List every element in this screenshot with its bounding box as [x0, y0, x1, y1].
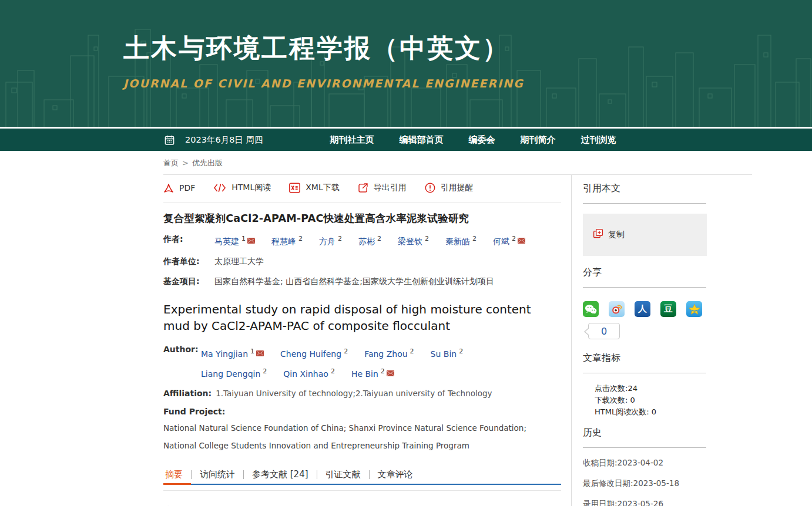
toolbar-item-citation-alert[interactable]: 引用提醒 — [425, 183, 474, 193]
tab-comments[interactable]: 文章评论 — [370, 465, 421, 484]
share-heading: 分享 — [583, 267, 706, 288]
author: He Bin2 — [351, 363, 394, 383]
metric-item: HTML阅读次数: 0 — [595, 406, 752, 418]
breadcrumb-separator: > — [182, 158, 189, 167]
share-count: 0 — [601, 326, 607, 337]
tab-visit-stats[interactable]: 访问统计 — [192, 465, 243, 484]
fund-row-cn: 基金项目: 国家自然科学基金; 山西省自然科学基金;国家级大学生创新创业训练计划… — [163, 275, 561, 288]
nav-menu: 期刊社主页编辑部首页编委会期刊简介过刊浏览 — [330, 134, 641, 146]
cite-heading: 引用本文 — [583, 183, 706, 204]
authors-label-en: Author: — [163, 343, 201, 382]
affiliation-label-cn: 作者单位: — [163, 255, 214, 268]
author: 苏彬2 — [358, 232, 381, 248]
journal-title-en: JOURNAL OF CIVIL AND ENVIRONMENTAL ENGIN… — [123, 77, 812, 90]
renren-icon[interactable]: 人 — [635, 301, 650, 317]
author: Su Bin2 — [431, 343, 464, 363]
navbar: 2023年6月8日 周四 期刊社主页编辑部首页编委会期刊简介过刊浏览 — [0, 129, 812, 151]
author: Liang Dengqin2 — [201, 363, 267, 383]
fund-line-en: National Natural Science Foundation of C… — [163, 422, 561, 434]
author-link[interactable]: Liang Dengqin — [201, 369, 260, 379]
douban-icon[interactable]: 豆 — [660, 301, 676, 317]
affiliation-label-en: Affiliation: — [163, 389, 212, 398]
author-link[interactable]: 何斌 — [493, 237, 509, 246]
author: 方舟2 — [319, 232, 342, 248]
tab-citations[interactable]: 引证文献 — [317, 465, 369, 484]
columns: PDFHTML阅读XML下载导出引用引用提醒 复合型絮凝剂CaCl2-APAM-… — [163, 174, 752, 506]
email-icon[interactable] — [247, 234, 255, 247]
author-link[interactable]: He Bin — [351, 369, 378, 379]
toolbar: PDFHTML阅读XML下载导出引用引用提醒 — [163, 175, 561, 203]
author-link[interactable]: 程慧峰 — [271, 237, 296, 246]
nav-item-archive-browse[interactable]: 过刊浏览 — [581, 134, 616, 146]
tab-underline — [163, 490, 561, 491]
author-affil-sup: 2 — [459, 348, 463, 355]
author: Fang Zhou2 — [364, 343, 414, 363]
code-icon — [213, 183, 226, 193]
author-link[interactable]: Fang Zhou — [364, 349, 407, 359]
nav-item-journal-intro[interactable]: 期刊简介 — [520, 134, 555, 146]
author-affil-sup: 2 — [338, 235, 342, 242]
authors-en: Ma Yingjian1Cheng Huifeng2Fang Zhou2Su B… — [201, 343, 553, 382]
header-banner: 土木与环境工程学报（中英文） JOURNAL OF CIVIL AND ENVI… — [0, 0, 812, 129]
toolbar-item-html-read[interactable]: HTML阅读 — [213, 183, 271, 193]
author-link[interactable]: Cheng Huifeng — [280, 349, 341, 359]
author: 秦新皓2 — [445, 232, 477, 248]
copy-label: 复制 — [608, 230, 625, 240]
toolbar-item-xml-download[interactable]: XML下载 — [289, 183, 339, 193]
xml-icon — [289, 183, 300, 193]
journal-article-page: 土木与环境工程学报（中英文） JOURNAL OF CIVIL AND ENVI… — [0, 0, 812, 506]
toolbar-item-export-citation[interactable]: 导出引用 — [358, 183, 407, 193]
toolbar-label: PDF — [179, 183, 195, 193]
affiliation-value-cn: 太原理工大学 — [214, 255, 264, 268]
content: 首页>优先出版 PDFHTML阅读XML下载导出引用引用提醒 复合型絮凝剂CaC… — [163, 151, 752, 506]
author-link[interactable]: 方舟 — [319, 237, 335, 246]
email-icon[interactable] — [518, 234, 525, 247]
author-link[interactable]: 苏彬 — [358, 237, 375, 246]
share-count-bubble[interactable]: 0 — [588, 323, 620, 339]
fund-line-en: National College Students Innovation and… — [163, 440, 561, 451]
history-item: 录用日期:2023-05-26 — [583, 499, 752, 506]
affiliation-row-cn: 作者单位: 太原理工大学 — [163, 255, 561, 268]
author: Cheng Huifeng2 — [280, 343, 348, 363]
author-link[interactable]: 秦新皓 — [445, 237, 470, 246]
tab-references[interactable]: 参考文献 [24] — [244, 465, 317, 484]
authors-cn: 马英建1程慧峰2方舟2苏彬2梁登钦2秦新皓2何斌2 — [214, 232, 561, 248]
nav-item-editorial-board[interactable]: 编委会 — [468, 134, 495, 146]
breadcrumb-home[interactable]: 首页 — [163, 158, 179, 167]
toolbar-label: 引用提醒 — [441, 183, 474, 193]
toolbar-label: XML下载 — [306, 183, 339, 193]
breadcrumb-current: 优先出版 — [192, 158, 223, 167]
author-link[interactable]: Ma Yingjian — [201, 349, 248, 359]
author-affil-sup: 2 — [472, 235, 477, 242]
copy-citation-button[interactable]: 复制 — [583, 214, 707, 256]
author: 程慧峰2 — [271, 232, 303, 248]
sidebar: 引用本文 复制 分享 人豆 0 文章指标 点击次数:24下载次数: 0HTML阅… — [571, 175, 752, 506]
affiliation-value-en: 1.Taiyuan University of technology;2.Tai… — [216, 389, 492, 398]
author: 何斌2 — [493, 232, 525, 248]
nav-item-editorial-home[interactable]: 编辑部首页 — [399, 134, 443, 146]
qzone-icon[interactable] — [686, 301, 702, 317]
metric-item: 点击次数:24 — [595, 383, 752, 394]
author-link[interactable]: 马英建 — [214, 237, 239, 246]
email-icon[interactable] — [387, 365, 394, 382]
author-link[interactable]: 梁登钦 — [398, 237, 422, 246]
fund-lines-en: National Natural Science Foundation of C… — [163, 422, 561, 452]
author-affil-sup: 1 — [241, 235, 246, 242]
calendar-icon — [164, 134, 175, 146]
tab-abstract[interactable]: 摘要 — [163, 465, 191, 484]
author-link[interactable]: Su Bin — [431, 349, 457, 359]
author-link[interactable]: Qin Xinhao — [283, 369, 328, 379]
article-title-en: Experimental study on rapid disposal of … — [163, 301, 548, 335]
fund-label-en: Fund Project: — [163, 407, 561, 416]
email-icon[interactable] — [256, 345, 264, 362]
copy-icon — [593, 228, 603, 241]
authors-row-cn: 作者: 马英建1程慧峰2方舟2苏彬2梁登钦2秦新皓2何斌2 — [163, 232, 561, 248]
article-title-cn: 复合型絮凝剂CaCl2-APAM-PAC快速处置高含水率泥浆试验研究 — [163, 211, 561, 225]
weibo-icon[interactable] — [609, 301, 625, 317]
nav-item-journal-home[interactable]: 期刊社主页 — [330, 134, 374, 146]
nav-date-wrap: 2023年6月8日 周四 — [164, 134, 263, 146]
toolbar-item-pdf[interactable]: PDF — [163, 183, 195, 193]
wechat-icon[interactable] — [583, 301, 599, 317]
author-affil-sup: 2 — [381, 367, 385, 375]
history-heading: 历史 — [583, 427, 706, 448]
